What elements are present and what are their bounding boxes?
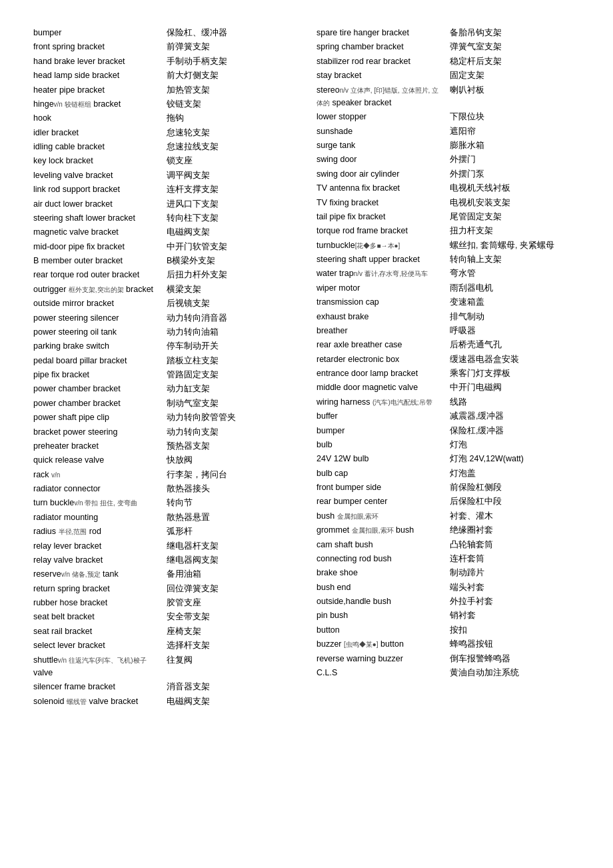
english-term: stabilizer rod rear bracket [316,55,450,68]
english-term: retarder electronic box [316,353,450,366]
chinese-term: 胶管支座 [167,597,297,609]
table-row: seat belt bracket安全带支架 [33,611,297,623]
table-row: turnbuckle[花◆多■→本●]螺丝扣, 套筒螺母, 夹紧螺母 [316,239,580,252]
english-term: rubber hose bracket [33,597,167,609]
table-row: connecting rod bush连杆套筒 [316,553,580,565]
table-row: front spring bracket前弹簧支架 [33,41,297,53]
table-row: steering shaft lower bracket转向柱下支架 [33,212,297,225]
chinese-term: 横梁支架 [167,283,297,296]
english-term: C.L.S [316,667,450,679]
table-row: surge tank膨胀水箱 [316,139,580,152]
english-term: connecting rod bush [316,553,450,565]
chinese-term: 连杆支撑支架 [167,183,297,196]
chinese-term: 前弹簧支架 [167,41,297,53]
chinese-term: 锁支座 [167,155,297,167]
chinese-term: 进风口下支架 [167,198,297,211]
table-row: cam shaft bush凸轮轴套筒 [316,539,580,551]
english-term: heater pipe bracket [33,84,167,97]
chinese-term: 缓速器电器盒安装 [450,353,580,366]
table-row: outside,handle bush外拉手衬套 [316,595,580,608]
english-term: front spring bracket [33,41,167,53]
chinese-term: 减震器,缓冲器 [450,410,580,423]
english-term: relay valve bracket [33,554,167,567]
chinese-term: 转向节 [167,497,297,509]
table-row: key lock bracket锁支座 [33,155,297,167]
table-row: radiator connector散热器接头 [33,483,297,495]
english-term: power shaft pipe clip [33,411,167,424]
table-row: reservev/n 储备,预定 tank备用油箱 [33,568,297,581]
english-term: leveling valve bracket [33,169,167,182]
chinese-term: 螺丝扣, 套筒螺母, 夹紧螺母 [450,239,580,252]
table-row: wiring harness (汽车)电汽配线;吊带线路 [316,396,580,409]
chinese-term: 连杆套筒 [450,553,580,565]
column-divider [297,27,316,709]
english-term: swing door air cylinder [316,168,450,181]
english-term: spare tire hanger bracket [316,27,450,39]
english-term: cam shaft bush [316,539,450,551]
table-row: middle door magnetic valve中开门电磁阀 [316,381,580,394]
chinese-term: 呼吸器 [450,325,580,337]
english-term: B member outer bracket [33,255,167,267]
english-term: front bumper side [316,481,450,494]
english-term: entrance door lamp bracket [316,367,450,380]
chinese-term: 遮阳帘 [450,125,580,138]
table-row: relay lever bracket继电器杆支架 [33,540,297,553]
table-row: bulb灯泡 [316,439,580,451]
english-term: turn bucklev/n 带扣 扭住, 变弯曲 [33,497,167,509]
chinese-term: 怠速拉线支架 [167,141,297,153]
english-term: torque rod frame bracket [316,225,450,237]
english-term: solenoid 螺线管 valve bracket [33,695,167,708]
chinese-term: 前保险杠侧段 [450,481,580,494]
table-row: bulb cap灯泡盖 [316,467,580,480]
english-term: rack v/n [33,469,167,481]
table-row: solenoid 螺线管 valve bracket电磁阀支架 [33,695,297,708]
chinese-term: 手制动手柄支架 [167,55,297,68]
chinese-term: 蜂鸣器按钮 [450,638,580,651]
english-term: bush end [316,581,450,594]
english-term: steering shaft lower bracket [33,212,167,225]
english-term: pipe fix bracket [33,369,167,381]
table-row: wiper motor雨刮器电机 [316,282,580,295]
english-term: TV antenna fix bracket [316,182,450,195]
english-term: pedal board pillar bracket [33,355,167,367]
table-row: TV antenna fix bracket电视机天线衬板 [316,182,580,195]
english-term: turnbuckle[花◆多■→本●] [316,239,450,252]
chinese-term: 扭力杆支架 [450,225,580,237]
english-term: quick release valve [33,454,167,467]
chinese-term: 喇叭衬板 [450,84,580,110]
table-row: stabilizer rod rear bracket稳定杆后支架 [316,55,580,68]
table-row: front bumper side前保险杠侧段 [316,481,580,494]
english-term: pin bush [316,609,450,622]
english-term: grommet 金属扣眼,索环 bush [316,524,450,537]
chinese-term: 踏板立柱支架 [167,355,297,367]
table-row: spring chamber bracket弹簧气室支架 [316,41,580,53]
english-term: lower stopper [316,111,450,123]
chinese-term: 后桥壳通气孔 [450,339,580,351]
chinese-term: 消音器支架 [167,681,297,693]
chinese-term: 管路固定支架 [167,369,297,381]
english-term: mid-door pipe fix bracket [33,241,167,253]
chinese-term: 铰链支架 [167,98,297,111]
chinese-term: 端头衬套 [450,581,580,594]
english-term: buzzer [虫鸣◆某●] button [316,638,450,651]
english-term: silencer frame bracket [33,681,167,693]
table-row: select lever bracket选择杆支架 [33,639,297,652]
chinese-term: 电磁阀支架 [167,695,297,708]
chinese-term: 后视镜支架 [167,297,297,310]
english-term: stay bracket [316,69,450,82]
table-row: idler bracket怠速轮支架 [33,127,297,139]
chinese-term: 外拉手衬套 [450,595,580,608]
chinese-term: 座椅支架 [167,625,297,638]
table-row: rear torque rod outer bracket后扭力杆外支架 [33,269,297,281]
table-row: C.L.S黄油自动加注系统 [316,667,580,679]
chinese-term: 销衬套 [450,609,580,622]
chinese-term: 弹簧气室支架 [450,41,580,53]
english-term: surge tank [316,139,450,152]
chinese-term: 备胎吊钩支架 [450,27,580,39]
table-row: swing door外摆门 [316,153,580,166]
english-term: air duct lower bracket [33,198,167,211]
chinese-term: 保险杠、缓冲器 [167,27,297,39]
english-term: relay lever bracket [33,540,167,553]
table-row: bush end端头衬套 [316,581,580,594]
english-term: link rod support bracket [33,183,167,196]
